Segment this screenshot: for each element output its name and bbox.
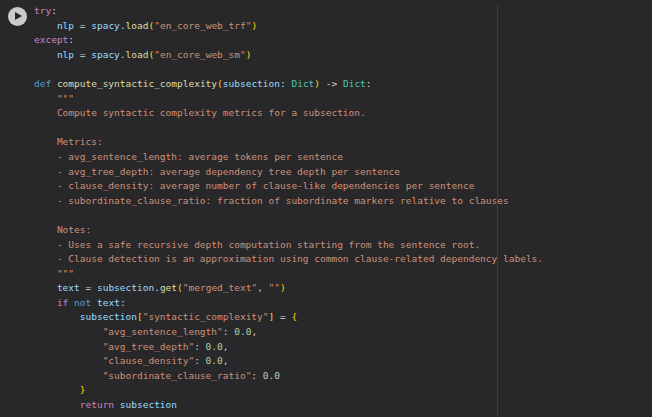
code-token: , [223, 341, 229, 352]
code-line [34, 208, 652, 223]
code-token: if [57, 297, 68, 308]
code-token: = [74, 49, 91, 60]
code-token: 0.0 [206, 341, 223, 352]
code-line: Compute syntactic complexity metrics for… [34, 106, 652, 121]
code-token: = [80, 282, 97, 293]
code-token: "subordinate_clause_ratio" [103, 370, 252, 381]
code-token: return [80, 399, 114, 410]
code-token: def [34, 78, 57, 89]
code-token: Metrics: [34, 136, 103, 147]
code-line: - clause_density: average number of clau… [34, 179, 652, 194]
code-line: - avg_tree_depth: average dependency tre… [34, 165, 652, 180]
code-line: "clause_density": 0.0, [34, 354, 652, 369]
code-token: : [223, 326, 234, 337]
code-token: - avg_sentence_length: average tokens pe… [34, 151, 343, 162]
code-token: spacy [91, 20, 120, 31]
code-token [34, 297, 57, 308]
code-token: ) [246, 49, 252, 60]
code-token: try [34, 5, 51, 16]
code-token [34, 399, 80, 410]
code-token: "avg_sentence_length" [103, 326, 223, 337]
code-token: not [74, 297, 91, 308]
code-token: 0.0 [263, 370, 280, 381]
code-token: """ [34, 268, 74, 279]
code-token: - Uses a safe recursive depth computatio… [34, 239, 480, 250]
code-token: Compute syntactic complexity metrics for… [34, 107, 366, 118]
cell-gutter [0, 0, 34, 417]
code-token: -> [320, 78, 343, 89]
code-token: """ [34, 93, 74, 104]
play-icon [15, 12, 22, 20]
code-line: } [34, 383, 652, 398]
code-token: 0.0 [206, 355, 223, 366]
code-line: if not text: [34, 296, 652, 311]
code-token: ) [280, 282, 286, 293]
code-line: "avg_tree_depth": 0.0, [34, 340, 652, 355]
code-token [34, 355, 103, 366]
code-token [34, 370, 103, 381]
code-token [34, 326, 103, 337]
code-token: nlp [57, 20, 74, 31]
code-line: def compute_syntactic_complexity(subsect… [34, 77, 652, 92]
code-token: ) [251, 20, 257, 31]
code-token: - avg_tree_depth: average dependency tre… [34, 166, 400, 177]
code-token: : [194, 355, 205, 366]
code-token: Dict [291, 78, 314, 89]
code-token: spacy [91, 49, 120, 60]
code-line: - Clause detection is an approximation u… [34, 252, 652, 267]
code-token: subsection [120, 399, 177, 410]
code-token: = [274, 311, 291, 322]
code-line: subsection["syntactic_complexity"] = { [34, 310, 652, 325]
code-line: except: [34, 33, 652, 48]
code-token: "clause_density" [103, 355, 195, 366]
code-line: nlp = spacy.load("en_core_web_trf") [34, 19, 652, 34]
code-token [34, 20, 57, 31]
code-token: - subordinate_clause_ratio: fraction of … [34, 195, 509, 206]
code-line: "subordinate_clause_ratio": 0.0 [34, 369, 652, 384]
code-token: "en_core_web_sm" [154, 49, 246, 60]
code-line: "avg_sentence_length": 0.0, [34, 325, 652, 340]
code-line: Metrics: [34, 135, 652, 150]
code-token: : [68, 34, 74, 45]
code-token: , [257, 282, 268, 293]
code-token [34, 311, 80, 322]
code-token: - Clause detection is an approximation u… [34, 253, 543, 264]
code-token: load [126, 20, 149, 31]
code-token: "syntactic_complexity" [143, 311, 269, 322]
code-token: load [126, 49, 149, 60]
code-token: { [291, 311, 297, 322]
code-token: nlp [57, 49, 74, 60]
code-token: Dict [343, 78, 366, 89]
code-token: = [74, 20, 91, 31]
code-token: "avg_tree_depth" [103, 341, 195, 352]
code-token [34, 384, 80, 395]
code-editor: try: nlp = spacy.load("en_core_web_trf")… [0, 0, 652, 417]
code-token: : [51, 5, 57, 16]
code-line: nlp = spacy.load("en_core_web_sm") [34, 48, 652, 63]
code-token [34, 282, 57, 293]
code-token: "en_core_web_trf" [154, 20, 251, 31]
code-line: - avg_sentence_length: average tokens pe… [34, 150, 652, 165]
code-line: try: [34, 4, 652, 19]
run-cell-button[interactable] [8, 7, 27, 26]
code-token: except [34, 34, 68, 45]
code-token: : [251, 370, 262, 381]
code-token: 0.0 [234, 326, 251, 337]
code-token: "merged_text" [183, 282, 257, 293]
code-line: Notes: [34, 223, 652, 238]
code-token: text [57, 282, 80, 293]
code-token: , [251, 326, 257, 337]
code-token: , [223, 355, 229, 366]
code-token: } [80, 384, 86, 395]
code-token: text [97, 297, 120, 308]
code-token [34, 49, 57, 60]
code-area[interactable]: try: nlp = spacy.load("en_core_web_trf")… [34, 4, 652, 417]
code-line [34, 62, 652, 77]
code-token: : [366, 78, 372, 89]
code-token: : [280, 78, 291, 89]
code-token: subsection [97, 282, 154, 293]
code-token [34, 341, 103, 352]
code-token: compute_syntactic_complexity [57, 78, 217, 89]
code-line: - Uses a safe recursive depth computatio… [34, 238, 652, 253]
code-token: Notes: [34, 224, 91, 235]
